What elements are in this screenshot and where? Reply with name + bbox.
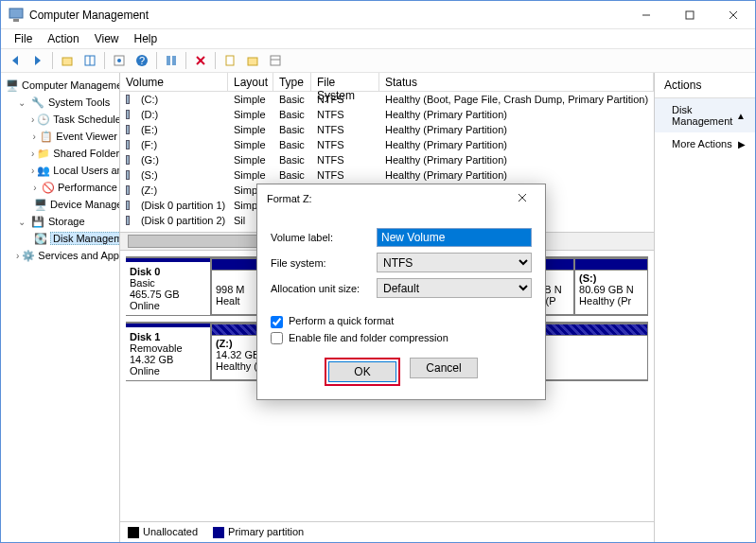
legend-swatch-unallocated xyxy=(128,527,139,538)
tree-systools[interactable]: ⌄🔧System Tools xyxy=(1,94,119,111)
volume-label-label: Volume label: xyxy=(271,232,377,243)
help-button[interactable]: ? xyxy=(132,50,152,71)
allocation-unit-label: Allocation unit size: xyxy=(271,283,377,294)
expand-icon: ▶ xyxy=(738,139,746,149)
tree-performance[interactable]: ›🚫Performance xyxy=(1,179,119,196)
format-dialog: Format Z: Volume label: File system: NTF… xyxy=(256,184,546,400)
dialog-titlebar[interactable]: Format Z: xyxy=(257,184,545,213)
svg-rect-21 xyxy=(271,56,280,65)
volume-row[interactable]: (S:)SimpleBasicNTFSHealthy (Primary Part… xyxy=(120,167,654,183)
minimize-button[interactable] xyxy=(624,1,668,28)
tree-device-manager[interactable]: 🖥️Device Manager xyxy=(1,196,119,213)
cancel-button[interactable]: Cancel xyxy=(410,358,478,378)
legend-swatch-primary xyxy=(213,527,224,538)
filesystem-select[interactable]: NTFS xyxy=(377,253,532,272)
settings-button[interactable] xyxy=(161,50,182,71)
menu-action[interactable]: Action xyxy=(40,30,86,47)
tree-root[interactable]: 🖥️Computer Management (Local xyxy=(1,77,119,94)
collapse-icon: ▲ xyxy=(736,111,746,121)
actions-group-diskmgmt[interactable]: Disk Management▲ xyxy=(655,98,755,132)
svg-rect-8 xyxy=(62,58,72,65)
volume-row[interactable]: (G:)SimpleBasicNTFSHealthy (Primary Part… xyxy=(120,152,654,167)
forward-button[interactable] xyxy=(27,50,48,71)
legend: Unallocated Primary partition xyxy=(120,521,654,542)
col-fs[interactable]: File System xyxy=(311,73,379,91)
menu-file[interactable]: File xyxy=(7,30,40,47)
tree-disk-management[interactable]: 💽Disk Management xyxy=(1,230,119,247)
ok-button[interactable]: OK xyxy=(328,361,396,382)
col-layout[interactable]: Layout xyxy=(228,73,273,91)
delete-button[interactable] xyxy=(190,50,211,71)
new-button[interactable] xyxy=(220,50,240,71)
compression-checkbox[interactable] xyxy=(271,332,283,344)
properties-button[interactable] xyxy=(109,50,130,71)
volume-row[interactable]: (F:)SimpleBasicNTFSHealthy (Primary Part… xyxy=(120,137,654,152)
volume-row[interactable]: (D:)SimpleBasicNTFSHealthy (Primary Part… xyxy=(120,107,654,122)
volume-row[interactable]: (C:)SimpleBasicNTFSHealthy (Boot, Page F… xyxy=(120,92,654,107)
col-volume[interactable]: Volume xyxy=(120,73,228,91)
disk-0-info: Disk 0 Basic 465.75 GB Online xyxy=(126,258,211,315)
window-titlebar: Computer Management xyxy=(1,1,755,29)
disk-1-info: Disk 1 Removable 14.32 GB Online xyxy=(126,324,211,380)
allocation-unit-select[interactable]: Default xyxy=(377,278,532,298)
quick-format-checkbox[interactable] xyxy=(271,316,283,328)
back-button[interactable] xyxy=(5,50,26,71)
actions-header: Actions xyxy=(655,73,755,98)
svg-rect-20 xyxy=(248,58,257,65)
ok-highlight: OK xyxy=(325,358,400,386)
tree-storage[interactable]: ⌄💾Storage xyxy=(1,213,119,230)
show-hide-button[interactable] xyxy=(79,50,100,71)
svg-rect-1 xyxy=(13,19,19,22)
svg-marker-7 xyxy=(35,56,41,65)
tree-task-scheduler[interactable]: ›🕒Task Scheduler xyxy=(1,111,119,128)
compression-row: Enable file and folder compression xyxy=(271,332,532,345)
svg-rect-3 xyxy=(686,11,694,19)
close-button[interactable] xyxy=(712,1,755,28)
col-type[interactable]: Type xyxy=(273,73,311,91)
window-title: Computer Management xyxy=(29,9,624,22)
svg-text:?: ? xyxy=(139,55,145,66)
svg-rect-19 xyxy=(226,56,234,65)
list-button[interactable] xyxy=(265,50,286,71)
navigation-tree[interactable]: 🖥️Computer Management (Local ⌄🔧System To… xyxy=(1,73,120,542)
filesystem-label: File system: xyxy=(271,257,377,269)
col-status[interactable]: Status xyxy=(379,73,654,91)
svg-rect-16 xyxy=(172,56,176,65)
up-button[interactable] xyxy=(57,50,78,71)
actions-panel: Actions Disk Management▲ More Actions▶ xyxy=(655,73,755,542)
svg-rect-0 xyxy=(9,9,23,18)
tree-local-users[interactable]: ›👥Local Users and Groups xyxy=(1,162,119,179)
volume-list-header: Volume Layout Type File System Status xyxy=(120,73,654,92)
volume-label-input[interactable] xyxy=(377,228,532,247)
toolbar: ? xyxy=(1,48,755,73)
svg-rect-15 xyxy=(167,56,170,65)
volume-row[interactable]: (E:)SimpleBasicNTFSHealthy (Primary Part… xyxy=(120,122,654,137)
dialog-close-button[interactable] xyxy=(509,193,536,204)
tree-event-viewer[interactable]: ›📋Event Viewer xyxy=(1,128,119,145)
quick-format-label: Perform a quick format xyxy=(289,315,394,326)
maximize-button[interactable] xyxy=(668,1,712,28)
svg-marker-6 xyxy=(12,56,18,65)
svg-point-12 xyxy=(117,59,121,62)
disk0-part-s[interactable]: (S:)80.69 GB NHealthy (Pr xyxy=(574,258,648,315)
menu-help[interactable]: Help xyxy=(127,30,166,47)
actions-more[interactable]: More Actions▶ xyxy=(655,132,755,155)
tree-shared-folders[interactable]: ›📁Shared Folders xyxy=(1,145,119,162)
tree-services[interactable]: ›⚙️Services and Applications xyxy=(1,247,119,264)
refresh-button[interactable] xyxy=(242,50,263,71)
dialog-title: Format Z: xyxy=(267,193,312,204)
compression-label: Enable file and folder compression xyxy=(289,332,448,343)
menu-bar: File Action View Help xyxy=(1,29,755,48)
quick-format-row: Perform a quick format xyxy=(271,315,532,328)
app-icon xyxy=(9,8,24,23)
menu-view[interactable]: View xyxy=(87,30,127,47)
